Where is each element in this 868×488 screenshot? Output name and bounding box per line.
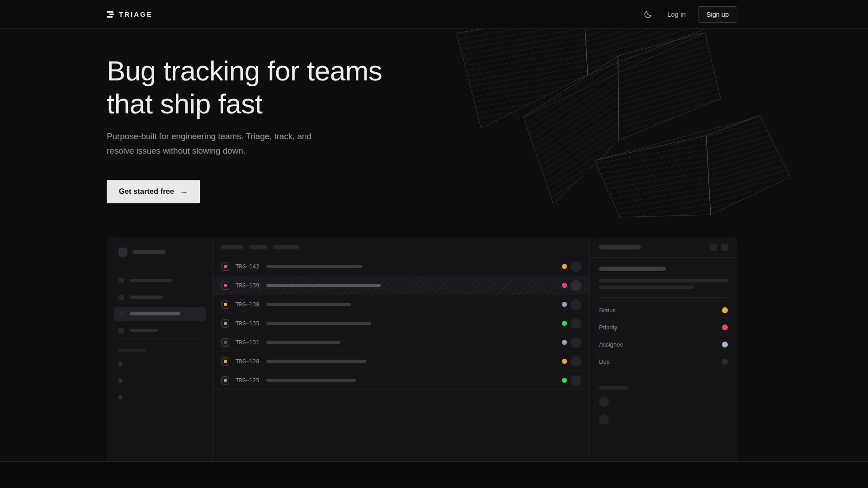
detail-panel-header xyxy=(590,237,737,258)
sidebar-nav-item xyxy=(114,307,206,321)
comment-avatar-placeholder xyxy=(599,397,609,407)
issue-type-icon xyxy=(221,338,229,347)
status-dot xyxy=(562,378,567,383)
detail-field: Due xyxy=(599,353,728,370)
detail-field: Assignee xyxy=(599,336,728,353)
list-filter-placeholder xyxy=(249,245,267,249)
app-preview-card: TRG–142 TRG–139 TRG–138 TRG–135 TRG– xyxy=(107,237,737,461)
field-value-dot xyxy=(722,324,728,330)
issue-row-meta xyxy=(562,337,581,348)
field-label: Due xyxy=(599,358,610,365)
issue-row: TRG–128 xyxy=(213,352,590,371)
sidebar-dot-placeholder xyxy=(118,395,123,399)
issue-row: TRG–139 xyxy=(213,276,590,295)
preview-sidebar-nav xyxy=(107,267,212,338)
comments-label-placeholder xyxy=(599,386,628,389)
issue-row-meta xyxy=(562,299,581,310)
detail-title-placeholder xyxy=(599,245,641,249)
issue-row-meta xyxy=(562,280,581,291)
issue-row: TRG–135 xyxy=(213,314,590,333)
issue-type-icon xyxy=(221,376,229,385)
field-label: Assignee xyxy=(599,341,623,348)
get-started-button[interactable]: Get started free → xyxy=(107,180,200,203)
get-started-label: Get started free xyxy=(119,187,174,196)
issue-row-meta xyxy=(562,261,581,272)
preview-issue-list: TRG–142 TRG–139 TRG–138 TRG–135 TRG– xyxy=(213,237,590,461)
moon-icon xyxy=(644,10,652,19)
signup-button[interactable]: Sign up xyxy=(698,6,737,23)
detail-field: Priority xyxy=(599,319,728,336)
assignee-avatar xyxy=(571,375,581,386)
brand[interactable]: TRIAGE xyxy=(107,10,153,18)
assignee-avatar xyxy=(571,261,581,272)
dashed-divider xyxy=(599,429,728,429)
preview-workspace-header xyxy=(107,237,212,267)
sidebar-nav-item xyxy=(114,290,206,304)
brand-name: TRIAGE xyxy=(119,10,153,18)
field-value-dot xyxy=(722,307,728,313)
sidebar-section-label-placeholder xyxy=(118,349,147,352)
hero-subtitle: Purpose-built for engineering teams. Tri… xyxy=(107,129,868,159)
login-link[interactable]: Log in xyxy=(667,10,686,18)
issue-type-icon xyxy=(221,282,229,290)
issue-row: TRG–131 xyxy=(213,333,590,352)
issue-title-placeholder xyxy=(266,379,356,382)
detail-fields: Status Priority Assignee Due xyxy=(599,298,728,370)
issue-id: TRG–138 xyxy=(236,301,266,308)
list-filter-placeholder xyxy=(273,245,299,249)
issue-row-meta xyxy=(562,356,581,367)
theme-toggle-button[interactable] xyxy=(643,9,654,20)
sidebar-dots xyxy=(118,362,206,399)
hero-section: Bug tracking for teams that ship fast Pu… xyxy=(0,29,868,461)
status-dot xyxy=(562,302,567,307)
status-dot xyxy=(562,321,567,326)
list-filter-placeholder xyxy=(221,245,243,249)
issue-id: TRG–139 xyxy=(236,282,266,289)
issue-type-icon xyxy=(221,357,229,366)
sidebar-dot-placeholder xyxy=(118,379,123,383)
nav-item-icon-placeholder xyxy=(118,278,124,283)
issue-id: TRG–128 xyxy=(236,358,266,365)
assignee-avatar xyxy=(571,299,581,310)
issue-title-placeholder xyxy=(266,341,340,344)
issue-id: TRG–135 xyxy=(236,320,266,327)
top-nav: TRIAGE Log in Sign up xyxy=(0,0,868,29)
assignee-avatar xyxy=(571,280,581,291)
issue-row-meta xyxy=(562,318,581,329)
hero-subtitle-line2: resolve issues without slowing down. xyxy=(107,146,245,155)
hero-title-line1: Bug tracking for teams xyxy=(107,55,382,86)
assignee-avatar xyxy=(571,356,581,367)
issue-rows: TRG–142 TRG–139 TRG–138 TRG–135 TRG– xyxy=(213,257,590,390)
preview-detail-panel: Status Priority Assignee Due xyxy=(590,237,737,461)
next-section-band xyxy=(0,461,868,488)
issue-list-header xyxy=(213,237,590,257)
workspace-name-placeholder xyxy=(132,250,165,254)
nav-item-label-placeholder xyxy=(130,296,163,299)
preview-sidebar-section xyxy=(114,343,206,399)
hero-title: Bug tracking for teams that ship fast xyxy=(107,55,868,120)
field-value-dot xyxy=(722,342,728,347)
issue-id: TRG–125 xyxy=(236,377,266,384)
arrow-right-icon: → xyxy=(179,187,188,196)
field-label: Priority xyxy=(599,324,617,331)
hero-content: Bug tracking for teams that ship fast Pu… xyxy=(0,29,868,203)
issue-id: TRG–142 xyxy=(236,263,266,270)
status-dot xyxy=(562,340,567,345)
detail-header-buttons xyxy=(710,244,728,251)
hero-subtitle-line1: Purpose-built for engineering teams. Tri… xyxy=(107,131,311,141)
nav-item-label-placeholder xyxy=(130,312,180,315)
issue-title-placeholder xyxy=(266,284,381,287)
issue-title-placeholder xyxy=(266,322,371,325)
issue-title-placeholder xyxy=(599,267,666,271)
nav-item-icon-placeholder xyxy=(118,295,124,300)
issue-title-placeholder xyxy=(266,303,351,306)
field-label: Status xyxy=(599,307,616,314)
sidebar-nav-item xyxy=(114,273,206,287)
assignee-avatar xyxy=(571,318,581,329)
nav-right: Log in Sign up xyxy=(643,6,737,23)
nav-item-label-placeholder xyxy=(130,329,158,332)
issue-row-meta xyxy=(562,375,581,386)
issue-description-placeholder xyxy=(599,286,694,289)
nav-item-icon-placeholder xyxy=(118,328,124,333)
issue-title-placeholder xyxy=(266,265,362,268)
